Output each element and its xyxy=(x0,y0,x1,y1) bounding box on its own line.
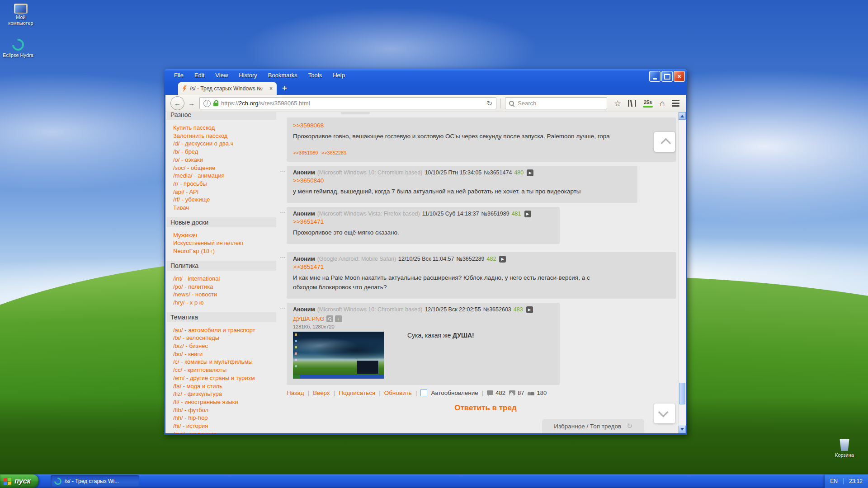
nav-up-link[interactable]: Вверх xyxy=(313,389,330,396)
reply-link[interactable]: >>3598068 xyxy=(293,122,324,129)
new-tab-button[interactable]: + xyxy=(282,83,287,93)
file-zoom-icon[interactable] xyxy=(326,315,333,322)
sidebar-link[interactable]: /hry/ - х р ю xyxy=(173,299,278,307)
sidebar-link[interactable]: /hi/ - история xyxy=(173,422,278,430)
nav-refresh-link[interactable]: Обновить xyxy=(384,389,412,396)
post-menu-dots-icon[interactable]: ⋯ xyxy=(280,254,286,261)
sidebar-link[interactable]: NeuroFap (18+) xyxy=(173,247,278,255)
menu-item[interactable]: Help xyxy=(333,72,345,79)
sidebar-link[interactable]: Тивач xyxy=(173,204,278,212)
play-button-icon[interactable]: ▶ xyxy=(527,169,533,176)
reply-link[interactable]: >>3651471 xyxy=(293,263,324,270)
close-button[interactable]: × xyxy=(674,71,685,82)
play-button-icon[interactable]: ▶ xyxy=(499,256,506,263)
sidebar-link[interactable]: /news/ - новости xyxy=(173,291,278,299)
nav-subscribe-link[interactable]: Подписаться xyxy=(339,389,375,396)
play-button-icon[interactable]: ▶ xyxy=(526,306,533,313)
search-input[interactable] xyxy=(517,99,586,107)
sidebar-link[interactable]: Мужикач xyxy=(173,231,278,239)
sidebar-link[interactable]: /b/ - бред xyxy=(173,148,278,156)
search-box[interactable] xyxy=(505,97,607,109)
sidebar-link[interactable]: /c/ - комиксы и мультфильмы xyxy=(173,358,278,366)
sidebar-link[interactable]: /soc/ - общение xyxy=(173,164,278,172)
sidebar-link[interactable]: /em/ - другие страны и туризм xyxy=(173,374,278,382)
vertical-scrollbar[interactable] xyxy=(678,112,686,433)
menu-item[interactable]: Edit xyxy=(194,72,204,79)
home-icon[interactable]: ⌂ xyxy=(660,99,665,108)
menu-item[interactable]: Tools xyxy=(308,72,322,79)
sidebar-link[interactable]: /ftb/ - футбол xyxy=(173,406,278,414)
nav-back-link[interactable]: Назад xyxy=(287,389,304,396)
tab-close-icon[interactable]: × xyxy=(269,85,273,92)
image-thumbnail[interactable] xyxy=(293,332,384,379)
sidebar-link[interactable]: Залогинить пасскод xyxy=(173,132,278,140)
scroll-to-top-button[interactable] xyxy=(654,132,675,152)
sidebar-link[interactable]: /d/ - дискуссии о два.ч xyxy=(173,140,278,148)
backlink[interactable]: >>3651989 xyxy=(293,150,318,155)
refresh-icon[interactable]: ↻ xyxy=(627,422,632,430)
autoupdate-checkbox[interactable] xyxy=(420,389,427,396)
reload-icon[interactable]: ↻ xyxy=(486,99,492,108)
sidebar-link[interactable]: /bo/ - книги xyxy=(173,350,278,358)
sidebar-link[interactable]: /bi/ - велосипеды xyxy=(173,334,278,342)
maximize-button[interactable] xyxy=(661,71,673,82)
sidebar-link[interactable]: /fl/ - иностранные языки xyxy=(173,398,278,406)
favorites-bar[interactable]: Избранное / Топ тредов ↻ xyxy=(542,419,644,433)
post-number[interactable]: №3652289 xyxy=(457,256,485,262)
sidebar-link[interactable]: /rf/ - убежище xyxy=(173,196,278,204)
sidebar-link[interactable]: /media/ - анимация xyxy=(173,172,278,180)
menu-item[interactable]: View xyxy=(215,72,228,79)
sidebar-link[interactable]: Купить пасскод xyxy=(173,124,278,132)
minimize-button[interactable] xyxy=(649,71,660,82)
sidebar-link[interactable]: /api/ - API xyxy=(173,188,278,196)
sidebar-link[interactable]: /au/ - автомобили и транспорт xyxy=(173,326,278,334)
desktop-icon-eclipse-hydra[interactable]: Eclipse Hydra xyxy=(0,39,36,58)
backlink[interactable]: >>3652289 xyxy=(321,150,347,155)
sidebar-link[interactable]: /int/ - international xyxy=(173,275,278,283)
reply-link[interactable]: >>3650840 xyxy=(293,177,324,184)
post-menu-dots-icon[interactable]: ⋯ xyxy=(280,209,286,216)
menu-item[interactable]: History xyxy=(239,72,257,79)
post-number[interactable]: №3652603 xyxy=(483,306,511,313)
sidebar-link[interactable]: /cc/ - криптовалюты xyxy=(173,366,278,374)
menu-item[interactable]: Bookmarks xyxy=(268,72,297,79)
desktop-icon-recycle-bin[interactable]: Корзина xyxy=(826,439,863,458)
sidebar-link[interactable]: /me/ - медицина xyxy=(173,430,278,433)
reply-to-thread-button[interactable]: Ответить в тред xyxy=(287,404,684,413)
page-info-icon[interactable]: i xyxy=(203,100,211,107)
bookmark-star-icon[interactable]: ☆ xyxy=(614,99,621,108)
scrollbar-up-button[interactable] xyxy=(679,112,686,120)
hamburger-menu-icon[interactable] xyxy=(672,100,679,107)
taskbar-app-button[interactable]: /s/ - Тред старых Wi... xyxy=(51,475,139,487)
post-menu-dots-icon[interactable]: ⋯ xyxy=(280,168,286,174)
back-button[interactable]: ← xyxy=(170,96,184,110)
taskbar-clock[interactable]: 23:12 xyxy=(843,478,863,484)
file-download-icon[interactable]: ↓ xyxy=(335,315,342,322)
sidebar-link[interactable]: /fiz/ - физкультура xyxy=(173,390,278,398)
tab-active[interactable]: /s/ - Тред старых Windows № × xyxy=(178,82,277,95)
timer-extension-icon[interactable]: 25s xyxy=(643,99,653,108)
sidebar-link[interactable]: /biz/ - бизнес xyxy=(173,342,278,350)
play-button-icon[interactable]: ▶ xyxy=(524,211,531,217)
menu-item[interactable]: File xyxy=(174,72,184,79)
post-number[interactable]: №3651474 xyxy=(484,169,512,176)
scrollbar-down-button[interactable] xyxy=(679,426,686,433)
library-icon[interactable] xyxy=(628,100,636,107)
sidebar-link[interactable]: /r/ - просьбы xyxy=(173,180,278,188)
scrollbar-thumb[interactable] xyxy=(679,383,685,404)
file-name-link[interactable]: ДУША.PNG xyxy=(293,315,325,322)
sidebar-link[interactable]: /fa/ - мода и стиль xyxy=(173,382,278,390)
forward-button[interactable]: → xyxy=(188,99,195,107)
sidebar-link[interactable]: Искусственный интеллект xyxy=(173,239,278,247)
scroll-to-bottom-button[interactable] xyxy=(654,404,675,423)
sidebar-link[interactable]: /hh/ - hip-hop xyxy=(173,414,278,422)
sidebar-link[interactable]: /o/ - оэкаки xyxy=(173,156,278,164)
post-menu-dots-icon[interactable]: ⋯ xyxy=(280,305,286,311)
start-button[interactable]: пуск xyxy=(0,474,38,488)
url-bar[interactable]: i https://2ch.org/s/res/3598065.html ↻ xyxy=(199,97,496,109)
post-number[interactable]: №3651989 xyxy=(481,211,509,217)
sidebar-link[interactable]: /po/ - политика xyxy=(173,283,278,291)
language-indicator[interactable]: EN xyxy=(830,478,838,484)
reply-link[interactable]: >>3651471 xyxy=(293,218,324,225)
desktop-icon-my-computer[interactable]: Мой компьютер xyxy=(3,4,39,26)
